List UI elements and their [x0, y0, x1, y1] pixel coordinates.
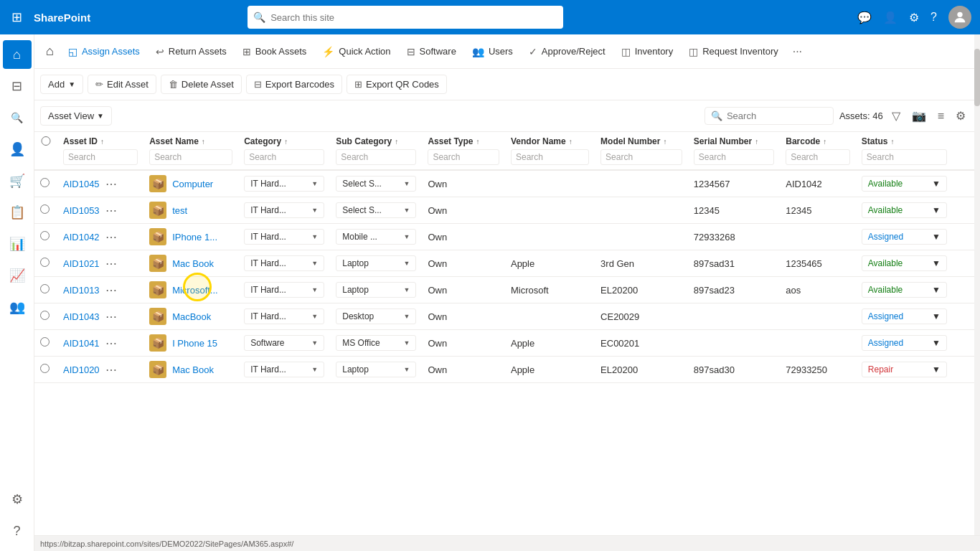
status-select[interactable]: Available ▼	[862, 202, 947, 218]
ribbon-users-btn[interactable]: 👥 Users	[465, 42, 520, 62]
row-more-btn[interactable]: ⋯	[103, 282, 120, 298]
row-radio[interactable]	[40, 231, 50, 240]
search-status[interactable]	[862, 149, 947, 165]
export-qr-button[interactable]: ⊞ Export QR Codes	[347, 75, 447, 94]
ribbon-assign-assets-btn[interactable]: ◱ Assign Assets	[61, 42, 147, 62]
ribbon-more-btn[interactable]: ···	[787, 41, 808, 62]
col-vendor-name-sort[interactable]: ↑	[569, 138, 573, 146]
category-select[interactable]: IT Hard... ▼	[244, 362, 324, 377]
delete-asset-button[interactable]: 🗑 Delete Asset	[161, 75, 242, 94]
row-radio[interactable]	[40, 337, 50, 347]
subcategory-select[interactable]: MS Office ▼	[336, 335, 416, 351]
subcategory-select[interactable]: Laptop ▼	[336, 255, 416, 271]
asset-name-link[interactable]: Microsoft...	[172, 285, 218, 296]
status-select[interactable]: Available ▼	[862, 255, 947, 271]
category-select[interactable]: Software ▼	[244, 335, 324, 351]
status-select[interactable]: Assigned ▼	[862, 229, 947, 245]
select-all-radio[interactable]	[40, 136, 52, 146]
view-select[interactable]: Asset View ▼	[40, 106, 112, 126]
sidebar-item-orders[interactable]: 📋	[3, 198, 32, 227]
row-more-btn[interactable]: ⋯	[103, 255, 120, 272]
search-model-number[interactable]	[600, 149, 682, 165]
col-model-number-sort[interactable]: ↑	[663, 138, 666, 146]
asset-id-link[interactable]: AID1045	[63, 179, 100, 189]
asset-name-link[interactable]: IPhone 1...	[172, 232, 217, 242]
category-select[interactable]: IT Hard... ▼	[244, 229, 324, 245]
row-more-btn[interactable]: ⋯	[103, 202, 120, 219]
row-more-btn[interactable]: ⋯	[103, 229, 120, 245]
sidebar-item-users[interactable]: 👥	[3, 293, 32, 321]
subcategory-select[interactable]: Laptop ▼	[336, 362, 416, 377]
row-more-btn[interactable]: ⋯	[103, 335, 120, 352]
asset-id-link[interactable]: AID1013	[63, 285, 100, 296]
sidebar-item-analytics[interactable]: 📈	[3, 261, 32, 290]
subcategory-select[interactable]: Select S... ▼	[336, 176, 416, 192]
row-radio[interactable]	[40, 258, 50, 267]
search-barcode[interactable]	[786, 149, 850, 165]
ribbon-inventory-btn[interactable]: ◫ Inventory	[614, 42, 680, 62]
subcategory-select[interactable]: Desktop ▼	[336, 309, 416, 324]
settings-icon[interactable]: ⚙	[909, 11, 919, 24]
camera-icon[interactable]: 📷	[909, 106, 929, 126]
row-more-btn[interactable]: ⋯	[103, 176, 120, 192]
status-select[interactable]: Assigned ▼	[862, 335, 947, 351]
sidebar-item-help[interactable]: ?	[3, 517, 32, 545]
category-select[interactable]: IT Hard... ▼	[244, 309, 324, 324]
row-radio[interactable]	[40, 178, 50, 187]
asset-name-link[interactable]: I Phone 15	[172, 338, 217, 349]
status-select[interactable]: Available ▼	[862, 282, 947, 298]
asset-id-link[interactable]: AID1041	[63, 338, 100, 349]
filter-icon[interactable]: ▽	[889, 106, 903, 126]
category-select[interactable]: IT Hard... ▼	[244, 255, 324, 271]
asset-id-link[interactable]: AID1053	[63, 205, 100, 216]
subcategory-select[interactable]: Mobile ... ▼	[336, 229, 416, 245]
col-asset-id-sort[interactable]: ↑	[100, 138, 104, 146]
search-serial-number[interactable]	[694, 149, 774, 165]
row-radio[interactable]	[40, 204, 50, 214]
list-icon[interactable]: ≡	[935, 107, 947, 126]
category-select[interactable]: IT Hard... ▼	[244, 282, 324, 298]
col-asset-name-sort[interactable]: ↑	[202, 138, 205, 146]
row-radio[interactable]	[40, 284, 50, 293]
asset-id-link[interactable]: AID1042	[63, 232, 100, 242]
search-category[interactable]	[244, 149, 324, 165]
status-select[interactable]: Assigned ▼	[862, 309, 947, 324]
col-asset-type-sort[interactable]: ↑	[476, 138, 480, 146]
ribbon-home-btn[interactable]: ⌂	[40, 41, 60, 62]
ribbon-return-assets-btn[interactable]: ↩ Return Assets	[149, 42, 234, 62]
category-select[interactable]: IT Hard... ▼	[244, 202, 324, 218]
asset-id-link[interactable]: AID1020	[63, 364, 100, 375]
sidebar-item-dashboard[interactable]: ⊟	[3, 72, 32, 100]
export-barcodes-button[interactable]: ⊟ Export Barcodes	[246, 75, 342, 94]
category-select[interactable]: IT Hard... ▼	[244, 176, 324, 192]
col-status-sort[interactable]: ↑	[890, 138, 894, 146]
subcategory-select[interactable]: Select S... ▼	[336, 202, 416, 218]
col-barcode-sort[interactable]: ↑	[823, 138, 826, 146]
ribbon-request-inventory-btn[interactable]: ◫ Request Inventory	[682, 42, 786, 62]
asset-name-link[interactable]: test	[172, 205, 187, 216]
asset-name-link[interactable]: Mac Book	[172, 258, 214, 269]
global-search-input[interactable]	[248, 6, 563, 29]
col-category-sort[interactable]: ↑	[284, 138, 288, 146]
help-icon[interactable]: ?	[930, 11, 937, 24]
subcategory-select[interactable]: Laptop ▼	[336, 282, 416, 298]
sidebar-item-search[interactable]: 🔍	[3, 103, 32, 132]
ribbon-book-assets-btn[interactable]: ⊞ Book Assets	[235, 42, 314, 62]
add-button[interactable]: Add ▼	[40, 75, 83, 94]
search-asset-type[interactable]	[428, 149, 499, 165]
sidebar-item-reports[interactable]: 📊	[3, 230, 32, 258]
settings-view-icon[interactable]: ⚙	[953, 106, 969, 126]
row-radio[interactable]	[40, 311, 50, 320]
asset-name-link[interactable]: Mac Book	[172, 364, 214, 375]
search-vendor-name[interactable]	[511, 149, 589, 165]
search-sub-category[interactable]	[336, 149, 416, 165]
asset-name-link[interactable]: Computer	[172, 179, 213, 189]
status-select[interactable]: Available ▼	[862, 176, 947, 192]
avatar[interactable]	[948, 6, 971, 29]
search-asset-name[interactable]	[149, 149, 232, 165]
ribbon-approve-btn[interactable]: ✓ Approve/Reject	[522, 42, 613, 62]
edit-asset-button[interactable]: ✏ Edit Asset	[88, 75, 156, 94]
row-more-btn[interactable]: ⋯	[103, 362, 120, 378]
search-asset-id[interactable]	[63, 149, 138, 165]
row-radio[interactable]	[40, 364, 50, 373]
